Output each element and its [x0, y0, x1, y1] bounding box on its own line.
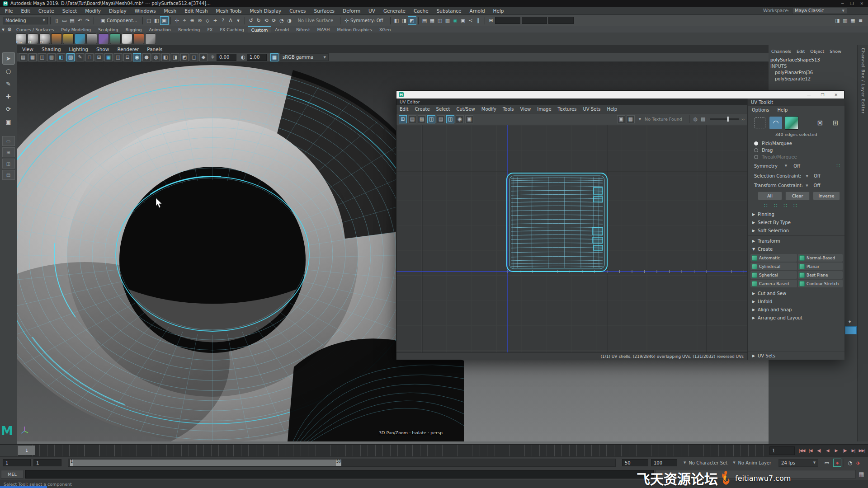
menu-arnold[interactable]: Arnold: [466, 8, 489, 14]
menu-display[interactable]: Display: [105, 8, 131, 14]
color-managed-icon[interactable]: ▦: [270, 53, 278, 61]
playback-button-6[interactable]: ▶|: [849, 446, 858, 455]
section-pinning[interactable]: ▶Pinning: [748, 210, 844, 218]
section-arrange-and-layout[interactable]: ▶Arrange and Layout: [748, 314, 844, 322]
anim-end-field[interactable]: 100: [651, 459, 677, 466]
history-icon[interactable]: ↺: [247, 17, 255, 24]
symmetry-grid-icon[interactable]: ∷: [836, 163, 840, 169]
section-cut-and-sew[interactable]: ▶Cut and Sew: [748, 289, 844, 297]
shelf-item-icon-7[interactable]: [98, 33, 109, 44]
set-key-icon[interactable]: ⬗: [854, 459, 862, 467]
fps-dropdown[interactable]: 24 fps▼: [778, 459, 818, 467]
chevron-down-icon[interactable]: ▼: [733, 461, 735, 465]
shelf-item-ft[interactable]: FT: [28, 33, 38, 44]
uv-menu-tools[interactable]: Tools: [500, 107, 517, 112]
channel-box-menu-channels[interactable]: Channels: [771, 49, 791, 54]
render-icon[interactable]: ▥: [444, 17, 452, 24]
range-bar-end-handle[interactable]: 50: [336, 460, 341, 466]
playback-button-1[interactable]: |◀: [806, 446, 815, 455]
section-soft-selection[interactable]: ▶Soft Selection: [748, 226, 844, 235]
menu-set-dropdown[interactable]: Modeling▼: [3, 17, 48, 24]
menu-deform[interactable]: Deform: [339, 8, 364, 14]
playback-button-3[interactable]: ◀: [823, 446, 832, 455]
docked-panel-highlight[interactable]: [845, 326, 857, 334]
snap-icon[interactable]: +: [212, 17, 219, 24]
uv-toolbar-icon-4[interactable]: ▤: [437, 115, 445, 123]
shelf-item-icon-11[interactable]: [145, 33, 156, 44]
render-icon[interactable]: ▦: [429, 17, 436, 24]
uv-window-maximize-button[interactable]: ❐: [821, 93, 824, 97]
snap-icon[interactable]: ⊗: [196, 17, 204, 24]
snap-icon[interactable]: A: [227, 17, 235, 24]
menu-mesh-tools[interactable]: Mesh Tools: [212, 8, 246, 14]
shelf-item-icon-9[interactable]: [122, 33, 132, 44]
chevron-down-icon[interactable]: ▼: [806, 174, 808, 178]
shelf-tab-mash[interactable]: MASH: [314, 26, 334, 33]
mel-command-input[interactable]: [25, 470, 654, 479]
section-create[interactable]: ▼Create: [748, 245, 844, 253]
shelf-tab-arnold[interactable]: Arnold: [271, 26, 292, 33]
uv-editor-title-bar[interactable]: M — ❐ ✕: [396, 91, 844, 99]
layout-button-2[interactable]: ◫: [2, 159, 15, 169]
channel-box-node[interactable]: polySurfaceShape513: [769, 54, 857, 62]
uv-toolkit-symmetry-x-icon[interactable]: ⊠: [814, 117, 826, 129]
scale-tool[interactable]: ▣: [3, 116, 14, 127]
shelf-item-icon-4[interactable]: [63, 33, 74, 44]
viewport-toolbar-icon-3[interactable]: ▥: [47, 53, 56, 61]
viewport-toolbar-icon-16[interactable]: ◨: [171, 53, 179, 61]
channel-box-side-tab[interactable]: Channel Box / Layer Editor: [861, 48, 865, 114]
uv-menu-select[interactable]: Select: [433, 107, 453, 112]
shelf-tab-fx-caching[interactable]: FX Caching: [216, 26, 247, 33]
viewport-toolbar-icon-7[interactable]: ◻: [85, 53, 94, 61]
chevron-down-icon[interactable]: ▼: [684, 461, 686, 465]
snap-icon[interactable]: ⊹: [173, 17, 181, 24]
shelf-item-icon-8[interactable]: [110, 33, 121, 44]
channel-box-menu-object[interactable]: Object: [810, 49, 824, 54]
create-camera-based[interactable]: Camera-Based: [750, 280, 797, 287]
input-field-y[interactable]: [522, 17, 547, 24]
snap-icon[interactable]: ⌖: [181, 17, 189, 24]
shelf-tab-fx[interactable]: FX: [203, 26, 216, 33]
gamma-icon[interactable]: ◐: [239, 53, 247, 61]
toolkit-menu-options[interactable]: Options: [748, 108, 774, 113]
uv-canvas[interactable]: [396, 125, 747, 352]
menu-file[interactable]: File: [1, 8, 17, 14]
menu-create[interactable]: Create: [34, 8, 58, 14]
sidebar-toggle-icon[interactable]: ≡: [857, 17, 864, 24]
command-language-button[interactable]: MEL: [1, 470, 24, 479]
viewport-toolbar-icon-11[interactable]: ⊟: [123, 53, 132, 61]
panel-menu-panels[interactable]: Panels: [143, 47, 166, 52]
uv-toolbar-icon-3[interactable]: ◫: [427, 115, 435, 123]
menu-modify[interactable]: Modify: [81, 8, 105, 14]
auto-keyframe-toggle[interactable]: ◆: [833, 459, 841, 467]
create-cylindrical[interactable]: Cylindrical: [750, 263, 797, 270]
lasso-tool[interactable]: ○: [3, 65, 14, 77]
shelf-gear-icon[interactable]: ⚙: [6, 26, 13, 33]
dim-image-icon[interactable]: ▩: [699, 115, 707, 123]
shelf-tab-sculpting[interactable]: Sculpting: [94, 26, 122, 33]
exposure-icon[interactable]: ☼: [209, 53, 217, 61]
texture-dropdown[interactable]: No Texture Found: [645, 117, 682, 122]
file-icon[interactable]: ↶: [76, 17, 84, 24]
uv-menu-view[interactable]: View: [517, 107, 534, 112]
colorspace-dropdown[interactable]: sRGB gamma▼: [280, 53, 329, 61]
radio-tweak-marquee[interactable]: Tweak/Marquee: [748, 154, 844, 160]
pane-icon[interactable]: ◨: [401, 17, 408, 24]
convert-selection-icon-3[interactable]: ∷: [793, 202, 797, 209]
create-automatic[interactable]: Automatic: [750, 254, 797, 262]
panel-dock-icon[interactable]: ✦: [846, 318, 854, 326]
menu-substance[interactable]: Substance: [433, 8, 466, 14]
button-all[interactable]: All: [758, 192, 782, 200]
section-transform[interactable]: ▶Transform: [748, 237, 844, 245]
panel-menu-lighting[interactable]: Lighting: [65, 47, 92, 52]
sidebar-toggle-icon[interactable]: ◨: [834, 17, 841, 24]
section-uv-sets[interactable]: ▶UV Sets: [748, 352, 844, 360]
uv-toolbar-icon-5[interactable]: ◫: [446, 115, 454, 123]
panel-menu-renderer[interactable]: Renderer: [113, 47, 143, 52]
viewport-toolbar-icon-1[interactable]: ▦: [28, 53, 37, 61]
channel-box-menu-edit[interactable]: Edit: [797, 49, 805, 54]
expand-toolbar-icon[interactable]: ››: [741, 117, 745, 122]
viewport-toolbar-icon-2[interactable]: ◫: [38, 53, 46, 61]
section-align-and-snap[interactable]: ▶Align and Snap: [748, 305, 844, 314]
range-bar-start-handle[interactable]: 1: [70, 460, 73, 466]
